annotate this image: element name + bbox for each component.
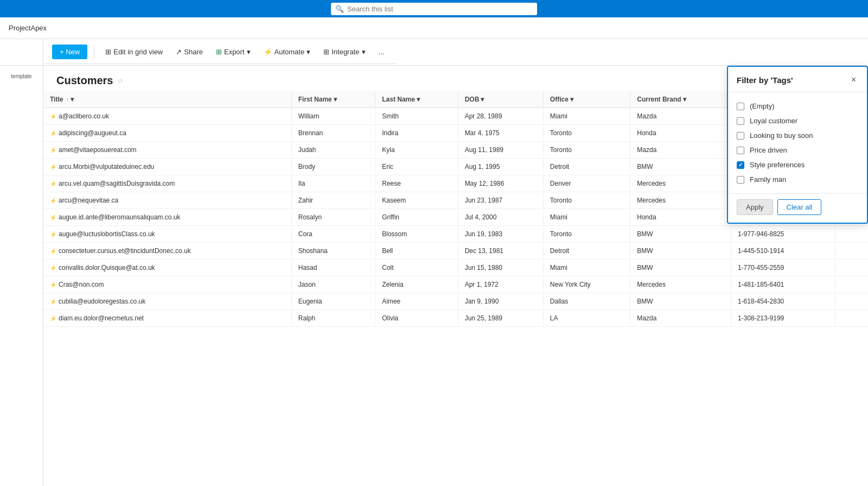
- cell-dob: Jul 4, 2000: [458, 209, 543, 226]
- filter-label-1: Loyal customer: [750, 117, 797, 125]
- filter-option-4[interactable]: Style preferences: [737, 157, 858, 172]
- filter-clear-button[interactable]: Clear all: [777, 199, 822, 215]
- filter-option-0[interactable]: (Empty): [737, 99, 858, 113]
- cell-title: ⚡arcu@nequevitae.ca: [43, 192, 291, 209]
- integrate-icon: ⊞: [323, 48, 329, 56]
- cell-office: Denver: [543, 175, 630, 192]
- col-filter-office[interactable]: ▾: [570, 96, 573, 103]
- cell-dob: Apr 1, 1972: [458, 276, 543, 293]
- col-filter-firstname[interactable]: ▾: [334, 96, 337, 103]
- cell-brand: Mercedes: [630, 175, 731, 192]
- cell-lastname: Kyla: [375, 142, 458, 159]
- edit-grid-button[interactable]: ⊞ Edit in grid view: [101, 45, 167, 59]
- cell-lastname: Eric: [375, 159, 458, 175]
- cell-title: ⚡convallis.dolor.Quisque@at.co.uk: [43, 260, 291, 276]
- filter-option-1[interactable]: Loyal customer: [737, 113, 858, 128]
- more-button[interactable]: ...: [374, 45, 389, 59]
- cell-firstname: Jason: [291, 276, 375, 293]
- filter-title: Filter by 'Tags': [737, 75, 793, 85]
- filter-checkbox-3[interactable]: [737, 147, 744, 154]
- table-row[interactable]: ⚡consectetuer.cursus.et@tinciduntDonec.c…: [43, 243, 868, 260]
- col-filter-brand[interactable]: ▾: [683, 96, 686, 103]
- cell-firstname: Ralph: [291, 310, 375, 327]
- filter-checkbox-0[interactable]: [737, 103, 744, 110]
- cell-firstname: William: [291, 108, 375, 125]
- col-office[interactable]: Office ▾: [543, 91, 630, 108]
- cell-title: ⚡adipiscing@augueut.ca: [43, 125, 291, 142]
- col-filter-title[interactable]: ▾: [71, 96, 74, 103]
- row-icon: ⚡: [50, 248, 56, 254]
- cell-firstname: Eugenia: [291, 293, 375, 310]
- cell-office: Toronto: [543, 192, 630, 209]
- cell-title: ⚡Cras@non.com: [43, 276, 291, 293]
- table-row[interactable]: ⚡Cras@non.com Jason Zelenia Apr 1, 1972 …: [43, 276, 868, 293]
- cell-office: LA: [543, 310, 630, 327]
- cell-lastname: Reese: [375, 175, 458, 192]
- favorite-star-icon[interactable]: ☆: [117, 77, 124, 85]
- filter-option-3[interactable]: Price driven: [737, 143, 858, 157]
- cell-office: Toronto: [543, 226, 630, 243]
- cell-dob: Jun 15, 1980: [458, 260, 543, 276]
- cell-phone: 1-308-213-9199: [731, 310, 835, 327]
- col-dob[interactable]: DOB ▾: [458, 91, 543, 108]
- filter-option-2[interactable]: Looking to buy soon: [737, 128, 858, 143]
- col-filter-dob[interactable]: ▾: [481, 96, 484, 103]
- filter-checkbox-1[interactable]: [737, 117, 744, 125]
- filter-checkbox-2[interactable]: [737, 132, 744, 140]
- col-brand[interactable]: Current Brand ▾: [630, 91, 731, 108]
- main-content: template Customers ☆ Title ↕ ▾: [0, 66, 868, 486]
- cell-phone: 1-770-455-2559: [731, 260, 835, 276]
- export-chevron-icon: ▾: [247, 48, 251, 56]
- table-row[interactable]: ⚡augue@luctuslobortisClass.co.uk Cora Bl…: [43, 226, 868, 243]
- table-row[interactable]: ⚡cubilia@eudoloregestas.co.uk Eugenia Ai…: [43, 293, 868, 310]
- export-button[interactable]: ⊞ Export ▾: [212, 45, 255, 59]
- filter-apply-button[interactable]: Apply: [737, 199, 773, 215]
- filter-label-5: Family man: [750, 175, 786, 184]
- cell-phone: 1-977-946-8825: [731, 226, 835, 243]
- filter-label-2: Looking to buy soon: [750, 131, 813, 140]
- cell-brand: Mazda: [630, 108, 731, 125]
- cell-office: New York City: [543, 276, 630, 293]
- cell-tags: [835, 226, 868, 243]
- col-last-name[interactable]: Last Name ▾: [375, 91, 458, 108]
- sidebar-template-label: template: [11, 73, 31, 79]
- cell-brand: Mercedes: [630, 276, 731, 293]
- cell-title: ⚡diam.eu.dolor@necmetus.net: [43, 310, 291, 327]
- cell-dob: Aug 11, 1989: [458, 142, 543, 159]
- filter-checkbox-5[interactable]: [737, 176, 744, 184]
- row-icon: ⚡: [50, 130, 56, 136]
- filter-options: (Empty)Loyal customerLooking to buy soon…: [728, 92, 867, 193]
- cell-dob: May 12, 1986: [458, 175, 543, 192]
- col-filter-lastname[interactable]: ▾: [417, 96, 420, 103]
- cell-brand: BMW: [630, 159, 731, 175]
- cell-office: Dallas: [543, 293, 630, 310]
- share-button[interactable]: ↗ Share: [171, 45, 207, 59]
- share-icon: ↗: [176, 48, 182, 56]
- cell-brand: BMW: [630, 226, 731, 243]
- row-icon: ⚡: [50, 299, 56, 305]
- filter-option-5[interactable]: Family man: [737, 172, 858, 187]
- cell-lastname: Indira: [375, 125, 458, 142]
- toolbar: + New ⊞ Edit in grid view ↗ Share ⊞ Expo…: [43, 40, 397, 64]
- col-first-name[interactable]: First Name ▾: [291, 91, 375, 108]
- cell-firstname: Ila: [291, 175, 375, 192]
- cell-brand: Mazda: [630, 310, 731, 327]
- filter-label-3: Price driven: [750, 146, 787, 154]
- cell-tags: [835, 293, 868, 310]
- search-input[interactable]: [331, 3, 537, 15]
- new-button[interactable]: + New: [52, 45, 87, 59]
- cell-title: ⚡consectetuer.cursus.et@tinciduntDonec.c…: [43, 243, 291, 260]
- col-title[interactable]: Title ↕ ▾: [43, 91, 291, 108]
- table-row[interactable]: ⚡diam.eu.dolor@necmetus.net Ralph Olivia…: [43, 310, 868, 327]
- cell-dob: Aug 1, 1995: [458, 159, 543, 175]
- integrate-button[interactable]: ⊞ Integrate ▾: [319, 45, 369, 59]
- filter-label-0: (Empty): [750, 102, 775, 110]
- cell-office: Miami: [543, 260, 630, 276]
- table-row[interactable]: ⚡convallis.dolor.Quisque@at.co.uk Hasad …: [43, 260, 868, 276]
- sort-icon-title: ↕: [66, 97, 69, 102]
- cell-brand: BMW: [630, 260, 731, 276]
- filter-close-button[interactable]: ×: [849, 74, 858, 85]
- filter-checkbox-4[interactable]: [737, 161, 744, 169]
- automate-button[interactable]: ⚡ Automate ▾: [259, 45, 315, 59]
- cell-phone: 1-481-185-6401: [731, 276, 835, 293]
